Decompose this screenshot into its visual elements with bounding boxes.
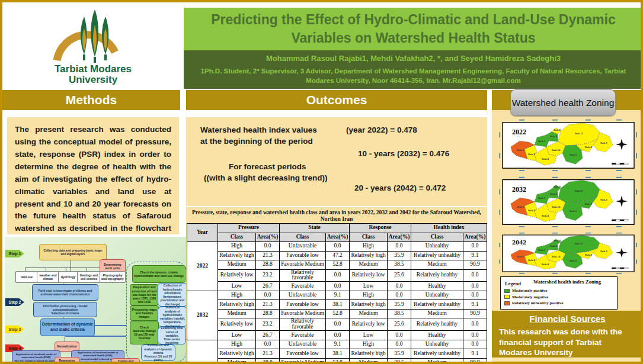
map-region-label: Sub-10 [552, 256, 560, 258]
table-cell: Medium [411, 358, 463, 364]
table-cell: Unhealthy [411, 291, 463, 300]
flowchart-box-checkland: Check land use change 10 and 20 year for… [130, 321, 159, 344]
subcol-area: Area(%) [388, 233, 411, 242]
table-cell: 52.8 [326, 260, 350, 270]
outcomes-box: Watershed health index values at the beg… [186, 117, 487, 206]
table-cell: 38.1 [326, 349, 350, 359]
outcomes-header: Outcomes [186, 90, 487, 110]
table-cell: Relatively high [350, 300, 388, 310]
map-region-label: Sub-8 [550, 135, 558, 138]
legend-title: Watershed health index Zoning [521, 279, 613, 285]
col-group-health: Health index [411, 224, 487, 233]
psr-table: Year Pressure State Response Health inde… [187, 223, 487, 364]
flowchart-step3-arrow: Step 3 [5, 326, 24, 333]
table-cell: Relatively high [218, 349, 256, 359]
map-region-label: Sub-2 [585, 146, 593, 149]
research-poster: Tarbiat Modares University Predicting th… [0, 0, 643, 364]
table-cell: 90.9 [463, 260, 487, 270]
table-cell: 0.0 [326, 318, 350, 331]
title-band: Predicting the Effect of Hydro-Climatic … [184, 8, 643, 50]
subcol-area: Area(%) [256, 233, 280, 242]
subcol-class: Class [350, 233, 388, 242]
table-cell: High [350, 291, 388, 300]
table-cell: Low [218, 282, 256, 291]
zoning-map-2042: 2042 Sub-11Sub-1Sub-2Sub-3Sub-10Sub-4Sub… [499, 231, 638, 276]
flowchart-box-fieldvisit: Field visit to investigate problems and … [32, 284, 98, 301]
outcomes-forecast-line2: ((with a slight decreasing trend)) [204, 173, 328, 182]
flowchart-box-hydrology: Hydrology [58, 271, 78, 283]
table-cell: Low [350, 331, 388, 340]
year-cell: 2042 [187, 340, 218, 364]
table-cell: Healthy [411, 331, 463, 340]
map-region-label: Sub-3 [570, 210, 577, 212]
table-cell: 0.0 [463, 282, 487, 291]
table-cell: 25.6 [388, 269, 411, 282]
table-cell: 52.8 [326, 309, 350, 318]
flowchart-step2-arrow: Step 2 [5, 298, 24, 306]
table-cell: 35.9 [388, 251, 411, 260]
flowchart-box-timeseries: Examining time series of variables Time … [158, 327, 186, 344]
table-cell: 0.0 [463, 318, 487, 331]
map-region-label: Sub-9 [554, 240, 561, 241]
table-row: 2032High0.0Unfavorable9.1High0.0Unhealth… [187, 291, 487, 300]
table-cell: 0.0 [326, 242, 350, 252]
methods-flowchart: Step 1Step 2Step 3Step 4Collecting data … [5, 236, 186, 364]
scale-bar [612, 268, 628, 269]
table-cell: 0.0 [388, 331, 411, 340]
flowchart-box-weather: weather and climate [37, 271, 59, 283]
map-region-label: Sub-2 [585, 254, 592, 256]
table-cell: 35.9 [388, 349, 411, 359]
table-cell: Medium [218, 260, 256, 270]
table-cell: Favorable [280, 282, 326, 291]
table-cell: 0.0 [463, 331, 487, 340]
table-cell: 9.1 [463, 300, 487, 310]
table-cell: Favorable Medium [280, 358, 326, 364]
table-cell: Favorable [280, 331, 326, 340]
map-region-label: Sub-6 [517, 256, 524, 258]
table-cell: 25.6 [388, 318, 411, 331]
legend-swatch-icon [504, 295, 510, 299]
flowchart-box-estimation: Estimation and analysis of dynamic crite… [141, 344, 175, 361]
logo-line1: Tarbiat Modares [49, 64, 137, 75]
flowchart-box-processing: Processing maps and Satellite images [130, 305, 159, 321]
table-cell: 0.0 [463, 340, 487, 349]
outcomes-value-2022: (year 2022) = 0.478 [346, 125, 417, 134]
table-cell: 28.8 [256, 260, 280, 270]
table-cell: Low [350, 282, 388, 291]
table-cell: Favorable low [280, 349, 326, 359]
table-cell: 26.7 [256, 331, 280, 340]
author-band: Mohammad Rasoul Rajabi1, Mehdi Vafakhah2… [184, 50, 643, 89]
table-cell: Unhealthy [411, 242, 463, 252]
map-region-label: Sub-10 [552, 205, 561, 208]
zoning-map-svg: 2022 Sub-11Sub-1Sub-2Sub-3Sub-10Sub-4Sub… [499, 117, 638, 173]
table-cell: 21.3 [256, 251, 280, 260]
col-year: Year [187, 224, 218, 242]
flowchart-box-prep: Preparation and extraction of land use m… [130, 284, 159, 305]
table-cell: Relatively unhealthy [411, 251, 463, 260]
table-cell: 38.1 [326, 300, 350, 310]
map-region-label: Sub-3 [570, 260, 577, 262]
table-cell: 9.1 [326, 291, 350, 300]
flowchart-box-landuse: land use [15, 271, 38, 283]
flowchart-box-zoningbox: Zoning and classification [111, 358, 140, 364]
table-cell: 0.0 [256, 291, 280, 300]
table-cell: 90.9 [463, 309, 487, 318]
col-group-response: Response [350, 224, 411, 233]
flowchart-connector [25, 268, 111, 268]
table-cell: 0.0 [326, 331, 350, 340]
legend-label: Legend [505, 281, 521, 286]
map-region-label: Sub-6 [517, 149, 524, 152]
outcomes-intro-line2: at the beginning of the period [200, 137, 313, 146]
table-cell: 23.2 [256, 269, 280, 282]
flowchart-box-regression: Regression analysis [55, 357, 79, 364]
table-row: Medium28.8Favorable Medium52.8Medium38.5… [187, 358, 487, 364]
year-cell: 2022 [187, 242, 218, 291]
table-caption: Pressure, state, response and watershed … [187, 209, 487, 222]
legend-item: Relatively unhealthy positive [504, 301, 613, 305]
subcol-class: Class [411, 233, 463, 242]
map-region-label: Sub-11 [575, 189, 584, 192]
table-cell: 26.7 [256, 282, 280, 291]
table-cell: 23.2 [256, 318, 280, 331]
table-cell: 38.5 [388, 358, 411, 364]
table-cell: High [350, 340, 388, 349]
